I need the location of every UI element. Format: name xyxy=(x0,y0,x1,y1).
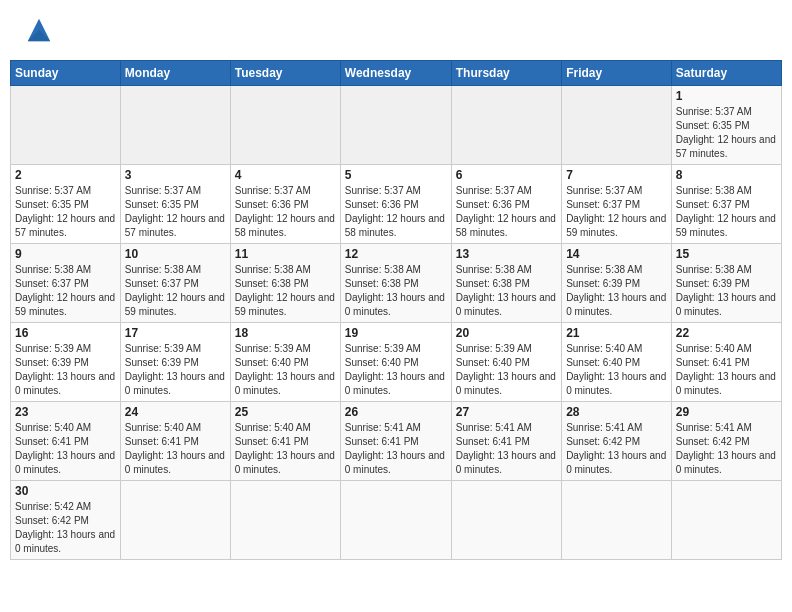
calendar-cell: 23Sunrise: 5:40 AM Sunset: 6:41 PM Dayli… xyxy=(11,402,121,481)
calendar-cell: 21Sunrise: 5:40 AM Sunset: 6:40 PM Dayli… xyxy=(562,323,672,402)
day-number: 6 xyxy=(456,168,557,182)
day-info: Sunrise: 5:38 AM Sunset: 6:37 PM Dayligh… xyxy=(676,184,777,240)
day-number: 5 xyxy=(345,168,447,182)
day-number: 8 xyxy=(676,168,777,182)
calendar-cell: 30Sunrise: 5:42 AM Sunset: 6:42 PM Dayli… xyxy=(11,481,121,560)
calendar-cell: 17Sunrise: 5:39 AM Sunset: 6:39 PM Dayli… xyxy=(120,323,230,402)
day-info: Sunrise: 5:38 AM Sunset: 6:38 PM Dayligh… xyxy=(345,263,447,319)
calendar-week-3: 9Sunrise: 5:38 AM Sunset: 6:37 PM Daylig… xyxy=(11,244,782,323)
day-number: 28 xyxy=(566,405,667,419)
calendar-week-6: 30Sunrise: 5:42 AM Sunset: 6:42 PM Dayli… xyxy=(11,481,782,560)
day-number: 16 xyxy=(15,326,116,340)
day-info: Sunrise: 5:39 AM Sunset: 6:40 PM Dayligh… xyxy=(235,342,336,398)
calendar-cell: 28Sunrise: 5:41 AM Sunset: 6:42 PM Dayli… xyxy=(562,402,672,481)
day-number: 18 xyxy=(235,326,336,340)
day-number: 13 xyxy=(456,247,557,261)
day-number: 14 xyxy=(566,247,667,261)
day-info: Sunrise: 5:41 AM Sunset: 6:42 PM Dayligh… xyxy=(676,421,777,477)
day-number: 23 xyxy=(15,405,116,419)
calendar-cell: 29Sunrise: 5:41 AM Sunset: 6:42 PM Dayli… xyxy=(671,402,781,481)
calendar-cell: 15Sunrise: 5:38 AM Sunset: 6:39 PM Dayli… xyxy=(671,244,781,323)
calendar-cell: 22Sunrise: 5:40 AM Sunset: 6:41 PM Dayli… xyxy=(671,323,781,402)
day-number: 19 xyxy=(345,326,447,340)
calendar-cell xyxy=(120,481,230,560)
calendar-cell: 1Sunrise: 5:37 AM Sunset: 6:35 PM Daylig… xyxy=(671,86,781,165)
day-info: Sunrise: 5:37 AM Sunset: 6:35 PM Dayligh… xyxy=(676,105,777,161)
day-info: Sunrise: 5:37 AM Sunset: 6:36 PM Dayligh… xyxy=(235,184,336,240)
day-number: 24 xyxy=(125,405,226,419)
calendar-cell xyxy=(11,86,121,165)
weekday-header-monday: Monday xyxy=(120,61,230,86)
calendar-week-1: 1Sunrise: 5:37 AM Sunset: 6:35 PM Daylig… xyxy=(11,86,782,165)
calendar-cell xyxy=(451,86,561,165)
day-info: Sunrise: 5:37 AM Sunset: 6:36 PM Dayligh… xyxy=(456,184,557,240)
calendar-cell xyxy=(562,481,672,560)
calendar-cell xyxy=(671,481,781,560)
day-info: Sunrise: 5:38 AM Sunset: 6:37 PM Dayligh… xyxy=(15,263,116,319)
day-number: 11 xyxy=(235,247,336,261)
calendar-cell: 13Sunrise: 5:38 AM Sunset: 6:38 PM Dayli… xyxy=(451,244,561,323)
calendar-cell: 3Sunrise: 5:37 AM Sunset: 6:35 PM Daylig… xyxy=(120,165,230,244)
day-number: 3 xyxy=(125,168,226,182)
calendar-cell xyxy=(451,481,561,560)
weekday-header-tuesday: Tuesday xyxy=(230,61,340,86)
weekday-row: SundayMondayTuesdayWednesdayThursdayFrid… xyxy=(11,61,782,86)
calendar-cell: 16Sunrise: 5:39 AM Sunset: 6:39 PM Dayli… xyxy=(11,323,121,402)
calendar-cell: 7Sunrise: 5:37 AM Sunset: 6:37 PM Daylig… xyxy=(562,165,672,244)
logo-icon xyxy=(20,15,58,45)
calendar-cell xyxy=(340,481,451,560)
weekday-header-thursday: Thursday xyxy=(451,61,561,86)
day-number: 26 xyxy=(345,405,447,419)
day-info: Sunrise: 5:37 AM Sunset: 6:35 PM Dayligh… xyxy=(15,184,116,240)
day-info: Sunrise: 5:41 AM Sunset: 6:41 PM Dayligh… xyxy=(345,421,447,477)
day-number: 17 xyxy=(125,326,226,340)
day-number: 22 xyxy=(676,326,777,340)
day-number: 20 xyxy=(456,326,557,340)
calendar-week-4: 16Sunrise: 5:39 AM Sunset: 6:39 PM Dayli… xyxy=(11,323,782,402)
day-number: 25 xyxy=(235,405,336,419)
day-number: 15 xyxy=(676,247,777,261)
weekday-header-saturday: Saturday xyxy=(671,61,781,86)
calendar-cell: 11Sunrise: 5:38 AM Sunset: 6:38 PM Dayli… xyxy=(230,244,340,323)
day-info: Sunrise: 5:39 AM Sunset: 6:39 PM Dayligh… xyxy=(15,342,116,398)
day-info: Sunrise: 5:42 AM Sunset: 6:42 PM Dayligh… xyxy=(15,500,116,556)
day-info: Sunrise: 5:38 AM Sunset: 6:38 PM Dayligh… xyxy=(235,263,336,319)
day-info: Sunrise: 5:38 AM Sunset: 6:38 PM Dayligh… xyxy=(456,263,557,319)
calendar-table: SundayMondayTuesdayWednesdayThursdayFrid… xyxy=(10,60,782,560)
calendar-cell: 25Sunrise: 5:40 AM Sunset: 6:41 PM Dayli… xyxy=(230,402,340,481)
calendar-cell xyxy=(562,86,672,165)
calendar-cell: 10Sunrise: 5:38 AM Sunset: 6:37 PM Dayli… xyxy=(120,244,230,323)
weekday-header-wednesday: Wednesday xyxy=(340,61,451,86)
day-info: Sunrise: 5:41 AM Sunset: 6:42 PM Dayligh… xyxy=(566,421,667,477)
calendar-cell: 2Sunrise: 5:37 AM Sunset: 6:35 PM Daylig… xyxy=(11,165,121,244)
day-number: 7 xyxy=(566,168,667,182)
calendar-cell: 20Sunrise: 5:39 AM Sunset: 6:40 PM Dayli… xyxy=(451,323,561,402)
calendar-cell: 14Sunrise: 5:38 AM Sunset: 6:39 PM Dayli… xyxy=(562,244,672,323)
day-number: 30 xyxy=(15,484,116,498)
day-number: 2 xyxy=(15,168,116,182)
day-info: Sunrise: 5:40 AM Sunset: 6:41 PM Dayligh… xyxy=(125,421,226,477)
day-info: Sunrise: 5:41 AM Sunset: 6:41 PM Dayligh… xyxy=(456,421,557,477)
calendar-cell: 8Sunrise: 5:38 AM Sunset: 6:37 PM Daylig… xyxy=(671,165,781,244)
calendar-week-2: 2Sunrise: 5:37 AM Sunset: 6:35 PM Daylig… xyxy=(11,165,782,244)
day-number: 1 xyxy=(676,89,777,103)
calendar-cell xyxy=(340,86,451,165)
calendar-cell: 19Sunrise: 5:39 AM Sunset: 6:40 PM Dayli… xyxy=(340,323,451,402)
page-header xyxy=(10,10,782,50)
day-number: 29 xyxy=(676,405,777,419)
day-info: Sunrise: 5:38 AM Sunset: 6:39 PM Dayligh… xyxy=(566,263,667,319)
calendar-cell: 6Sunrise: 5:37 AM Sunset: 6:36 PM Daylig… xyxy=(451,165,561,244)
calendar-cell xyxy=(120,86,230,165)
logo xyxy=(20,15,62,45)
day-number: 27 xyxy=(456,405,557,419)
day-info: Sunrise: 5:39 AM Sunset: 6:40 PM Dayligh… xyxy=(345,342,447,398)
day-number: 9 xyxy=(15,247,116,261)
day-info: Sunrise: 5:38 AM Sunset: 6:39 PM Dayligh… xyxy=(676,263,777,319)
weekday-header-friday: Friday xyxy=(562,61,672,86)
day-info: Sunrise: 5:37 AM Sunset: 6:37 PM Dayligh… xyxy=(566,184,667,240)
day-info: Sunrise: 5:40 AM Sunset: 6:40 PM Dayligh… xyxy=(566,342,667,398)
calendar-cell: 9Sunrise: 5:38 AM Sunset: 6:37 PM Daylig… xyxy=(11,244,121,323)
day-number: 4 xyxy=(235,168,336,182)
calendar-week-5: 23Sunrise: 5:40 AM Sunset: 6:41 PM Dayli… xyxy=(11,402,782,481)
day-number: 21 xyxy=(566,326,667,340)
